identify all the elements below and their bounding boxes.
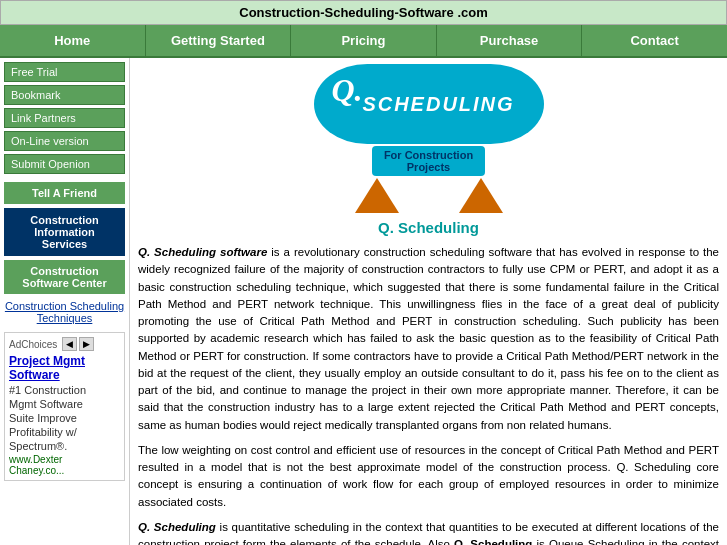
para3-highlight: Q. Scheduling [138, 521, 216, 533]
scheduling-techniques-link[interactable]: Construction Scheduling Techniques [4, 298, 125, 326]
link-partners-button[interactable]: Link Partners [4, 108, 125, 128]
info-line2: Information [34, 226, 95, 238]
logo-scheduling: SCHEDULING [362, 93, 514, 116]
ad-line1: #1 Construction [9, 384, 120, 396]
for-construction-text: For Construction [384, 149, 473, 161]
free-trial-button[interactable]: Free Trial [4, 62, 125, 82]
nav-purchase[interactable]: Purchase [437, 25, 583, 56]
para1-rest: is a revolutionary construction scheduli… [138, 246, 719, 431]
nav-pricing[interactable]: Pricing [291, 25, 437, 56]
logo-oval: Q. SCHEDULING [314, 64, 544, 144]
tell-a-friend[interactable]: Tell A Friend [4, 182, 125, 204]
sidebar: Free Trial Bookmark Link Partners On-Lin… [0, 58, 130, 545]
content-area: Q. SCHEDULING For Construction Projects [130, 58, 727, 545]
page-subtitle: Q. Scheduling [138, 219, 719, 236]
nav-home[interactable]: Home [0, 25, 146, 56]
ad-choices-row: AdChoices ◀ ▶ [9, 337, 120, 351]
ad-line2: Mgmt Software [9, 398, 120, 410]
site-header: Construction-Scheduling-Software .com [0, 0, 727, 25]
text-content: Q. Scheduling software is a revolutionar… [138, 244, 719, 545]
nav-getting-started[interactable]: Getting Started [146, 25, 292, 56]
ad-line4: Profitability w/ [9, 426, 120, 438]
ad-choices-label: AdChoices [9, 339, 57, 350]
ad-section: AdChoices ◀ ▶ Project Mgmt Software #1 C… [4, 332, 125, 481]
bookmark-button[interactable]: Bookmark [4, 85, 125, 105]
submit-opinion-button[interactable]: Submit Openion [4, 154, 125, 174]
ad-line3: Suite Improve [9, 412, 120, 424]
para3-bold: Q. Scheduling [454, 538, 532, 545]
ad-url: www.Dexter Chaney.co... [9, 454, 120, 476]
paragraph-2: The low weighting on cost control and ef… [138, 442, 719, 511]
main-layout: Free Trial Bookmark Link Partners On-Lin… [0, 58, 727, 545]
para1-highlight: Q. Scheduling software [138, 246, 267, 258]
ad-prev-button[interactable]: ◀ [62, 337, 77, 351]
software-center-link[interactable]: Construction Software Center [4, 260, 125, 294]
triangles-row [314, 178, 544, 213]
nav-bar: Home Getting Started Pricing Purchase Co… [0, 25, 727, 58]
logo-q: Q. [332, 72, 363, 109]
for-construction-inner: For Construction Projects [372, 146, 485, 176]
site-title: Construction-Scheduling-Software .com [239, 5, 487, 20]
projects-text: Projects [384, 161, 473, 173]
ad-line5: Spectrum®. [9, 440, 120, 452]
left-triangle-icon [355, 178, 399, 213]
nav-contact[interactable]: Contact [582, 25, 727, 56]
logo-area: Q. SCHEDULING For Construction Projects [138, 64, 719, 236]
for-construction-box: For Construction Projects [314, 146, 544, 176]
ad-next-button[interactable]: ▶ [79, 337, 94, 351]
paragraph-3: Q. Scheduling is quantitative scheduling… [138, 519, 719, 545]
logo-wrapper: Q. SCHEDULING For Construction Projects [138, 64, 719, 215]
info-line1: Construction [30, 214, 98, 226]
paragraph-1: Q. Scheduling software is a revolutionar… [138, 244, 719, 434]
info-line3: Services [42, 238, 87, 250]
construction-info-box: Construction Information Services [4, 208, 125, 256]
right-triangle-icon [459, 178, 503, 213]
ad-title-link[interactable]: Project Mgmt Software [9, 354, 120, 382]
online-version-button[interactable]: On-Line version [4, 131, 125, 151]
